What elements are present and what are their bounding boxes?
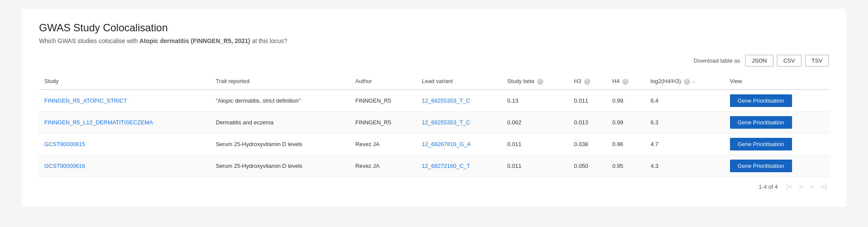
col-study: Study (39, 73, 210, 90)
col-h3: H3 ? (569, 73, 607, 90)
pagination: 1-4 of 4 |< < > >| (39, 177, 829, 194)
table-row: FINNGEN_R5_ATOPIC_STRICT "Atopic dermati… (39, 90, 829, 112)
gene-prioritisation-button[interactable]: Gene Prioritisation (730, 160, 792, 172)
cell-trait: "Atopic dermatitis, strict definition" (210, 90, 350, 112)
subtitle: Which GWAS studies colocalise with Atopi… (39, 37, 829, 44)
lead-variant-link[interactable]: 12_68255353_T_C (422, 97, 470, 104)
cell-h3: 0.038 (569, 133, 607, 155)
cell-study-beta: 0.13 (502, 90, 569, 112)
cell-author: FINNGEN_R5 (350, 90, 417, 112)
page-title: GWAS Study Colocalisation (39, 22, 829, 34)
lead-variant-link[interactable]: 12_68272160_C_T (422, 163, 470, 169)
col-view: View (725, 73, 829, 90)
gene-prioritisation-button[interactable]: Gene Prioritisation (730, 116, 792, 129)
cell-author: Revez JA (350, 133, 417, 155)
pagination-first-button[interactable]: |< (784, 182, 794, 192)
cell-view: Gene Prioritisation (725, 133, 829, 155)
subtitle-bold: Atopic dermatitis (FINNGEN_R5, 2021) (139, 37, 250, 44)
col-study-beta: Study beta ? (502, 73, 569, 90)
cell-lead-variant: 12_68267816_G_A (417, 133, 502, 155)
cell-h4: 0.99 (607, 90, 645, 112)
table-row: GCST90000616 Serum 25-Hydroxyvitamin D l… (39, 155, 829, 177)
cell-view: Gene Prioritisation (725, 111, 829, 133)
pagination-next-button[interactable]: > (808, 182, 816, 192)
study-beta-info-icon[interactable]: ? (537, 79, 543, 85)
cell-study: GCST90000616 (39, 155, 210, 177)
cell-view: Gene Prioritisation (725, 155, 829, 177)
cell-study: FINNGEN_R5_L12_DERMATITISECZEMA (39, 111, 210, 133)
cell-study: GCST90000615 (39, 133, 210, 155)
log2h4h3-info-icon[interactable]: ? (684, 79, 690, 85)
table-row: FINNGEN_R5_L12_DERMATITISECZEMA Dermatit… (39, 111, 829, 133)
cell-study-beta: 0.011 (502, 133, 569, 155)
gene-prioritisation-button[interactable]: Gene Prioritisation (730, 138, 792, 150)
cell-h3: 0.013 (569, 111, 607, 133)
study-link[interactable]: FINNGEN_R5_L12_DERMATITISECZEMA (44, 119, 153, 126)
download-csv-button[interactable]: CSV (777, 55, 802, 67)
cell-trait: Serum 25-Hydroxyvitamin D levels (210, 133, 350, 155)
pagination-info: 1-4 of 4 (759, 184, 778, 190)
study-link[interactable]: GCST90000616 (44, 163, 85, 169)
h4-info-icon[interactable]: ? (622, 79, 628, 85)
cell-study-beta: 0.062 (502, 111, 569, 133)
study-link[interactable]: GCST90000615 (44, 141, 85, 147)
colocalisation-table: Study Trait reported Author Lead variant… (39, 73, 829, 177)
download-json-button[interactable]: JSON (745, 55, 773, 67)
table-header-row: Study Trait reported Author Lead variant… (39, 73, 829, 90)
cell-log2h4h3: 4.3 (645, 155, 725, 177)
cell-log2h4h3: 4.7 (645, 133, 725, 155)
cell-view: Gene Prioritisation (725, 90, 829, 112)
cell-h4: 0.99 (607, 111, 645, 133)
download-label: Download table as (694, 57, 740, 64)
pagination-prev-button[interactable]: < (797, 182, 805, 192)
cell-lead-variant: 12_68255353_T_C (417, 111, 502, 133)
col-lead-variant: Lead variant (417, 73, 502, 90)
h3-info-icon[interactable]: ? (584, 79, 590, 85)
lead-variant-link[interactable]: 12_68255353_T_C (422, 119, 470, 126)
cell-log2h4h3: 6.4 (645, 90, 725, 112)
cell-trait: Serum 25-Hydroxyvitamin D levels (210, 155, 350, 177)
col-author: Author (350, 73, 417, 90)
cell-study-beta: 0.011 (502, 155, 569, 177)
cell-h4: 0.95 (607, 155, 645, 177)
cell-lead-variant: 12_68255353_T_C (417, 90, 502, 112)
cell-h3: 0.011 (569, 90, 607, 112)
cell-author: Revez JA (350, 155, 417, 177)
col-h4: H4 ? (607, 73, 645, 90)
sort-descending-icon: ↓ (693, 79, 695, 84)
gene-prioritisation-button[interactable]: Gene Prioritisation (730, 94, 792, 107)
cell-trait: Dermatitis and eczema (210, 111, 350, 133)
col-log2h4h3[interactable]: log2(H4/H3) ? ↓ (645, 73, 725, 90)
cell-study: FINNGEN_R5_ATOPIC_STRICT (39, 90, 210, 112)
download-tsv-button[interactable]: TSV (805, 55, 829, 67)
cell-lead-variant: 12_68272160_C_T (417, 155, 502, 177)
subtitle-suffix: at this locus? (250, 37, 288, 44)
main-container: GWAS Study Colocalisation Which GWAS stu… (22, 9, 846, 207)
pagination-last-button[interactable]: >| (819, 182, 829, 192)
lead-variant-link[interactable]: 12_68267816_G_A (422, 141, 471, 147)
col-trait: Trait reported (210, 73, 350, 90)
cell-h4: 0.96 (607, 133, 645, 155)
study-link[interactable]: FINNGEN_R5_ATOPIC_STRICT (44, 97, 127, 104)
cell-h3: 0.050 (569, 155, 607, 177)
table-row: GCST90000615 Serum 25-Hydroxyvitamin D l… (39, 133, 829, 155)
toolbar: Download table as JSON CSV TSV (39, 55, 829, 67)
cell-author: FINNGEN_R5 (350, 111, 417, 133)
subtitle-prefix: Which GWAS studies colocalise with (39, 37, 139, 44)
cell-log2h4h3: 6.3 (645, 111, 725, 133)
